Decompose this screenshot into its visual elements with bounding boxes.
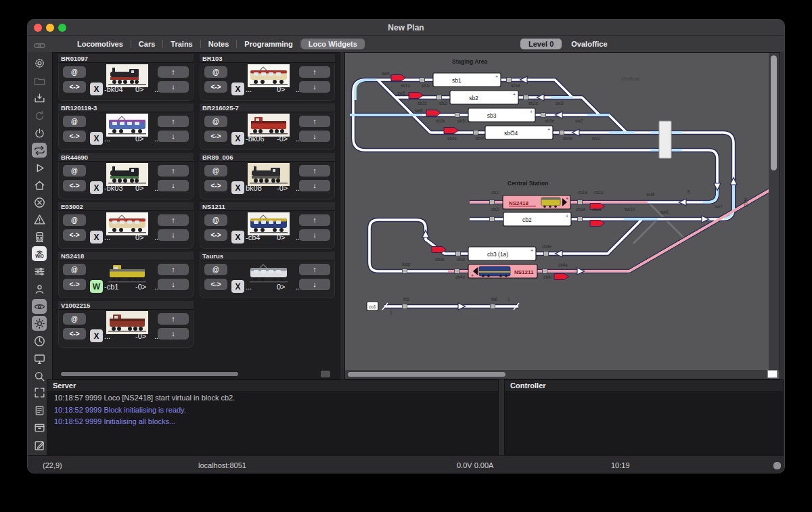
signal-arrow-left[interactable] — [556, 250, 563, 257]
block-sb3[interactable] — [468, 108, 535, 122]
feedback-sensor[interactable] — [491, 304, 495, 309]
address-button[interactable]: @ — [204, 116, 227, 127]
speed-down-button[interactable]: ↓ — [299, 81, 330, 93]
direction-button[interactable]: <-> — [63, 131, 86, 142]
address-button[interactable]: @ — [63, 66, 86, 78]
sun-icon[interactable] — [32, 316, 47, 331]
address-button[interactable]: @ — [204, 264, 227, 275]
clock-icon[interactable] — [32, 333, 47, 348]
feedback-sensor[interactable] — [543, 269, 547, 274]
direction-button[interactable]: <-> — [63, 81, 86, 93]
tab-loco-widgets[interactable]: Loco Widgets — [301, 39, 365, 49]
loop-icon[interactable] — [32, 143, 47, 158]
direction-button[interactable]: <-> — [63, 229, 86, 241]
signal-arrow-up[interactable] — [730, 178, 737, 185]
warning-icon[interactable] — [32, 212, 47, 227]
feedback-sensor[interactable] — [420, 78, 425, 83]
feedback-sensor[interactable] — [490, 200, 495, 205]
plan-tab-level-0[interactable]: Level 0 — [520, 39, 562, 49]
feedback-sensor[interactable] — [403, 269, 407, 274]
plan-tab-ovaloffice[interactable]: Ovaloffice — [563, 39, 615, 49]
block-sb4[interactable] — [485, 126, 553, 139]
block-sb2[interactable] — [450, 91, 518, 104]
power-icon[interactable] — [32, 126, 47, 141]
feedback-sensor[interactable] — [456, 252, 461, 256]
clipboard-icon[interactable] — [32, 402, 47, 417]
log-splitter[interactable] — [499, 379, 504, 455]
operator-icon[interactable] — [32, 281, 47, 296]
speed-up-button[interactable]: ↑ — [299, 214, 330, 226]
stop-icon[interactable] — [32, 195, 47, 210]
status-flag-button[interactable]: X — [90, 83, 103, 95]
train-icon[interactable] — [32, 229, 47, 244]
route-flag[interactable] — [554, 274, 569, 280]
status-flag-button[interactable]: X — [231, 181, 244, 194]
speed-down-button[interactable]: ↓ — [158, 180, 189, 191]
plan-hscrollbar-thumb[interactable] — [348, 372, 505, 377]
block-cb2[interactable] — [503, 212, 571, 226]
import-icon[interactable] — [32, 91, 47, 106]
feedback-sensor[interactable] — [578, 217, 583, 222]
direction-button[interactable]: <-> — [63, 279, 86, 290]
speed-up-button[interactable]: ↑ — [299, 165, 330, 177]
direction-button[interactable]: <-> — [63, 180, 86, 191]
address-button[interactable]: @ — [204, 214, 227, 226]
address-button[interactable]: @ — [63, 165, 86, 177]
track[interactable] — [430, 133, 734, 219]
address-button[interactable]: @ — [63, 313, 86, 325]
track-outline[interactable] — [430, 133, 734, 219]
feedback-sensor[interactable] — [403, 304, 407, 309]
plan-hscrollbar-track[interactable] — [345, 370, 769, 379]
address-button[interactable]: @ — [204, 165, 227, 177]
search-icon[interactable] — [32, 369, 47, 383]
status-flag-button[interactable]: X — [231, 132, 244, 145]
direction-button[interactable]: <-> — [204, 279, 227, 290]
address-button[interactable]: @ — [63, 116, 86, 127]
direction-button[interactable]: <-> — [204, 81, 227, 93]
feedback-sensor[interactable] — [455, 113, 460, 118]
feedback-sensor[interactable] — [455, 269, 459, 274]
status-flag-button[interactable]: X — [90, 132, 103, 145]
direction-button[interactable]: <-> — [204, 229, 227, 241]
tab-cars[interactable]: Cars — [131, 39, 162, 49]
track-outline[interactable] — [369, 220, 641, 271]
feedback-sensor[interactable] — [544, 252, 549, 256]
speed-up-button[interactable]: ↑ — [158, 66, 189, 78]
speed-up-button[interactable]: ↑ — [158, 313, 189, 325]
status-flag-button[interactable]: X — [90, 329, 103, 342]
signal-arrow-down[interactable] — [714, 183, 721, 191]
feedback-sensor[interactable] — [437, 95, 442, 100]
status-flag-button[interactable]: X — [231, 231, 244, 243]
signal-arrow-left[interactable] — [556, 112, 563, 118]
feedback-sensor[interactable] — [578, 200, 583, 205]
signal-arrow-right[interactable] — [702, 216, 709, 223]
play-icon[interactable] — [32, 160, 47, 175]
speed-down-button[interactable]: ↓ — [158, 328, 189, 340]
loco-panel-scroll-endcap[interactable] — [321, 371, 330, 377]
signal-arrow-up[interactable] — [422, 231, 429, 238]
speed-down-button[interactable]: ↓ — [299, 131, 330, 142]
titlebar[interactable]: New Plan — [28, 20, 784, 36]
tab-programming[interactable]: Programming — [237, 39, 300, 49]
signal-arrow-left[interactable] — [537, 94, 545, 101]
signal-arrow-left[interactable] — [520, 76, 528, 83]
bridge-overlay[interactable] — [659, 121, 671, 158]
sliders-icon[interactable] — [32, 264, 47, 279]
status-flag-button[interactable]: W — [90, 280, 103, 293]
edit-icon[interactable] — [32, 438, 47, 452]
address-button[interactable]: @ — [63, 214, 86, 226]
loco-panel-hscrollbar[interactable] — [61, 372, 238, 376]
plan-vscrollbar-thumb[interactable] — [771, 55, 777, 170]
direction-button[interactable]: <-> — [204, 131, 227, 142]
feedback-sensor[interactable] — [507, 78, 512, 83]
feedback-sensor[interactable] — [541, 113, 546, 118]
speed-up-button[interactable]: ↑ — [158, 165, 189, 177]
expand-icon[interactable] — [32, 385, 47, 400]
monitor-icon[interactable] — [32, 351, 47, 366]
folder-icon[interactable] — [32, 73, 47, 88]
feedback-sensor[interactable] — [490, 217, 495, 222]
speed-up-button[interactable]: ↑ — [158, 116, 189, 127]
speed-up-button[interactable]: ↑ — [299, 116, 330, 127]
signal-arrow-left[interactable] — [572, 129, 580, 136]
track[interactable] — [369, 220, 641, 271]
